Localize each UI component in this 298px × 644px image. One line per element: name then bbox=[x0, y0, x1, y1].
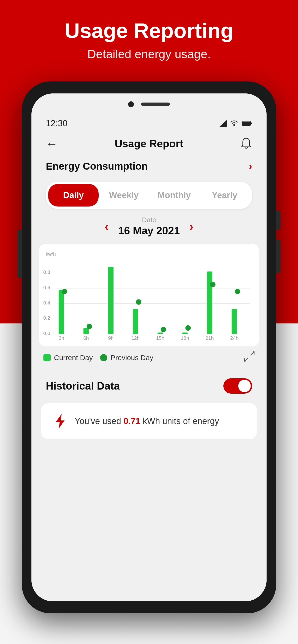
energy-text-before: You've used bbox=[75, 416, 123, 426]
y-label-00: 0.0 bbox=[43, 330, 50, 336]
dot-8-previous bbox=[235, 289, 240, 294]
dot-4-previous bbox=[136, 299, 141, 304]
status-time: 12:30 bbox=[46, 118, 67, 128]
legend-current: Current Day bbox=[43, 354, 93, 362]
historical-label: Historical Data bbox=[46, 380, 120, 392]
x-label-24h: 24h bbox=[230, 335, 238, 341]
bar-5-current bbox=[158, 332, 163, 334]
energy-text-after: kWh units of energy bbox=[140, 416, 219, 426]
dot-7-previous bbox=[210, 282, 215, 287]
bell-icon[interactable] bbox=[240, 137, 252, 150]
phone-shell: 12:30 bbox=[22, 82, 276, 613]
signal-icon bbox=[220, 120, 227, 127]
bar-7-current bbox=[207, 272, 212, 334]
status-icons bbox=[220, 120, 252, 127]
svg-marker-12 bbox=[56, 414, 65, 428]
historical-data-row: Historical Data bbox=[32, 371, 266, 401]
energy-value: 0.71 bbox=[123, 416, 140, 426]
tab-weekly[interactable]: Weekly bbox=[99, 184, 149, 206]
phone-screen: 12:30 bbox=[32, 94, 266, 601]
side-button-right bbox=[276, 211, 280, 230]
y-label-06: 0.6 bbox=[43, 284, 50, 290]
svg-line-11 bbox=[251, 352, 254, 355]
legend: Current Day Previous Day bbox=[32, 346, 266, 369]
date-next-button[interactable]: › bbox=[189, 220, 193, 233]
bar-1-current bbox=[59, 290, 64, 334]
legend-previous-label: Previous Day bbox=[111, 354, 153, 362]
nav-title: Usage Report bbox=[115, 138, 183, 150]
hero-subtitle: Detailed energy usage. bbox=[0, 47, 298, 61]
y-label-02: 0.2 bbox=[43, 315, 50, 320]
battery-icon bbox=[242, 120, 252, 126]
bar-8-current bbox=[232, 309, 237, 334]
bar-6-current bbox=[182, 332, 188, 334]
svg-rect-3 bbox=[250, 122, 252, 124]
side-button-right2 bbox=[276, 240, 280, 273]
x-label-12h: 12h bbox=[131, 335, 140, 341]
chart-area: kw/h 0.8 0.6 0.4 bbox=[39, 244, 259, 346]
y-label-04: 0.4 bbox=[43, 300, 50, 306]
date-prev-button[interactable]: ‹ bbox=[105, 220, 109, 233]
date-center: Date 16 May 2021 bbox=[118, 216, 180, 237]
chart-svg: kw/h 0.8 0.6 0.4 bbox=[43, 251, 255, 341]
bar-4-current bbox=[133, 309, 138, 334]
speaker bbox=[141, 102, 170, 106]
energy-consumption-arrow[interactable]: › bbox=[249, 160, 252, 172]
tabs-container: Daily Weekly Monthly Yearly bbox=[46, 182, 252, 209]
energy-card: You've used 0.71 kWh units of energy bbox=[41, 403, 257, 439]
camera bbox=[128, 101, 134, 107]
tab-daily[interactable]: Daily bbox=[48, 184, 99, 206]
bolt-icon bbox=[53, 413, 67, 430]
historical-toggle[interactable] bbox=[223, 378, 252, 394]
nav-bar: ← Usage Report bbox=[32, 132, 266, 156]
bar-2-current bbox=[83, 328, 89, 334]
x-label-21h: 21h bbox=[206, 335, 214, 341]
dot-6-previous bbox=[186, 325, 191, 330]
energy-consumption-label: Energy Consumption bbox=[46, 160, 148, 172]
energy-text: You've used 0.71 kWh units of energy bbox=[75, 416, 219, 426]
expand-svg bbox=[244, 351, 255, 362]
legend-current-icon bbox=[43, 354, 51, 361]
expand-icon[interactable] bbox=[244, 351, 255, 364]
svg-point-1 bbox=[233, 124, 235, 126]
y-label-08: 0.8 bbox=[43, 269, 50, 275]
date-label: Date bbox=[118, 216, 180, 224]
energy-consumption-row: Energy Consumption › bbox=[32, 156, 266, 179]
dot-2-previous bbox=[87, 324, 92, 329]
svg-line-10 bbox=[244, 358, 248, 361]
status-bar: 12:30 bbox=[32, 115, 266, 132]
hero-header: Usage Reporting Detailed energy usage. bbox=[0, 19, 298, 61]
x-label-15h: 15h bbox=[156, 335, 164, 341]
legend-previous-icon bbox=[100, 354, 107, 361]
side-button-left bbox=[18, 230, 22, 278]
notch bbox=[32, 94, 266, 115]
date-value: 16 May 2021 bbox=[118, 225, 180, 237]
back-button[interactable]: ← bbox=[46, 137, 58, 151]
y-axis-label: kw/h bbox=[46, 251, 56, 256]
legend-previous: Previous Day bbox=[100, 354, 153, 362]
bar-3-current bbox=[108, 267, 113, 334]
svg-rect-4 bbox=[242, 122, 250, 125]
x-label-18h: 18h bbox=[181, 335, 189, 341]
x-label-3h: 3h bbox=[59, 335, 64, 341]
x-label-6h: 6h bbox=[83, 335, 89, 341]
legend-current-label: Current Day bbox=[54, 354, 93, 362]
app-content: ← Usage Report Energy Consumption › Dail… bbox=[32, 132, 266, 601]
svg-marker-0 bbox=[220, 120, 227, 127]
tab-monthly[interactable]: Monthly bbox=[149, 184, 199, 206]
date-selector: ‹ Date 16 May 2021 › bbox=[32, 214, 266, 242]
wifi-icon bbox=[230, 120, 238, 126]
hero-title: Usage Reporting bbox=[0, 19, 298, 42]
toggle-knob bbox=[238, 380, 251, 392]
dot-1-previous bbox=[62, 289, 67, 294]
dot-5-previous bbox=[161, 327, 166, 332]
x-label-9h: 9h bbox=[108, 335, 113, 341]
tab-yearly[interactable]: Yearly bbox=[199, 184, 250, 206]
